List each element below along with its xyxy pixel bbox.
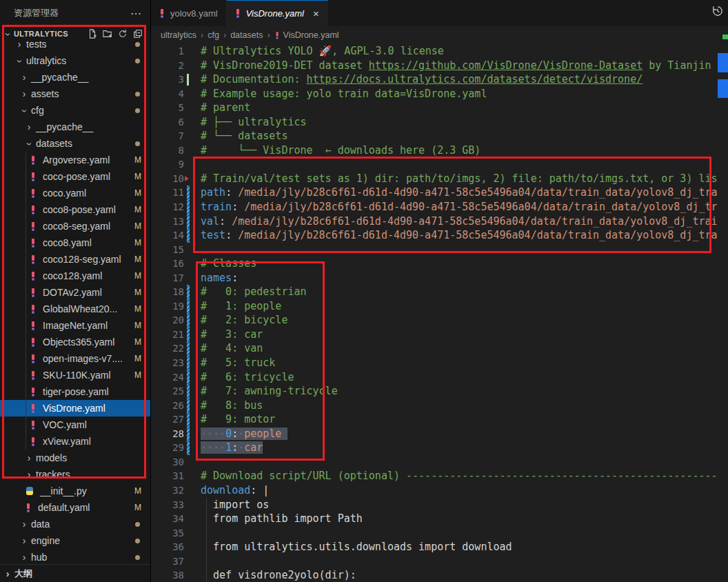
tree-item-globalwheat20[interactable]: GlobalWheat20...M xyxy=(0,301,150,317)
code-line-25[interactable]: 25 # 7: awning-tricycle xyxy=(151,384,728,399)
collapse-all-icon[interactable] xyxy=(132,28,143,39)
code-line-30[interactable]: 30 xyxy=(151,455,728,470)
code-line-16[interactable]: 16 # Classes xyxy=(151,257,728,271)
code-line-27[interactable]: 27 # 9: motor xyxy=(151,412,728,427)
code-line-22[interactable]: 22 # 4: van xyxy=(151,341,728,356)
code-line-24[interactable]: 24 # 6: tricycle xyxy=(151,370,728,385)
minimap[interactable] xyxy=(717,26,728,582)
tree-item-cfg[interactable]: ›cfg xyxy=(0,102,150,119)
refresh-icon[interactable] xyxy=(117,28,128,39)
tree-item-trackers[interactable]: ›trackers xyxy=(0,466,150,483)
tree-item-objects365-yaml[interactable]: Objects365.yamlM xyxy=(0,334,150,350)
tree-item-coco8-yaml[interactable]: coco8.yamlM xyxy=(0,234,150,251)
code-line-38[interactable]: 38 def visdrone2yolo(dir): xyxy=(151,568,728,582)
code-line-36[interactable]: 36 from ultralytics.utils.downloads impo… xyxy=(151,540,728,554)
history-icon[interactable] xyxy=(711,5,724,17)
code-line-29[interactable]: 29 ····1:·car xyxy=(151,441,728,455)
indent-guide xyxy=(206,526,207,541)
code-line-3[interactable]: 3 # Documentation: https://docs.ultralyt… xyxy=(151,72,728,87)
code-line-content: def visdrone2yolo(dir): xyxy=(201,568,356,582)
code-editor[interactable]: 1 # Ultralytics YOLO 🚀, AGPL-3.0 license… xyxy=(151,44,728,582)
tab-visdrone-yaml[interactable]: VisDrone.yaml × xyxy=(227,0,328,26)
code-line-32[interactable]: 32 download: | xyxy=(151,483,728,498)
more-actions-icon[interactable]: ⋯ xyxy=(130,7,142,20)
git-modified-gutter xyxy=(187,214,190,229)
tree-item-engine[interactable]: ›engine xyxy=(0,532,150,549)
code-line-14[interactable]: 14 test: /media/jly/b28c6f61-d61d-4d90-a… xyxy=(151,228,728,243)
tree-item-init-py[interactable]: __init__.pyM xyxy=(0,483,150,499)
code-line-23[interactable]: 23 # 5: truck xyxy=(151,356,728,370)
tree-item-visdrone-yaml[interactable]: VisDrone.yaml xyxy=(0,400,150,417)
new-folder-icon[interactable] xyxy=(102,28,113,39)
workspace-section-header[interactable]: › ULTRALYTICS xyxy=(0,26,150,41)
code-line-6[interactable]: 6 # ├── ultralytics xyxy=(151,115,728,130)
code-line-11[interactable]: 11 path: /media/jly/b28c6f61-d61d-4d90-a… xyxy=(151,185,728,200)
tree-item-sku-110k-yaml[interactable]: SKU-110K.yamlM xyxy=(0,367,150,383)
tree-item-argoverse-yaml[interactable]: Argoverse.yamlM xyxy=(0,152,150,168)
tab-yolov8-yaml[interactable]: yolov8.yaml xyxy=(151,0,227,26)
code-line-33[interactable]: 33 import os xyxy=(151,498,728,512)
tree-item-label: trackers xyxy=(36,469,70,480)
code-line-21[interactable]: 21 # 3: car xyxy=(151,328,728,342)
new-file-icon[interactable] xyxy=(87,28,98,39)
tree-item-default-yaml[interactable]: default.yamlM xyxy=(0,499,150,516)
tree-item-voc-yaml[interactable]: VOC.yaml xyxy=(0,417,150,433)
code-line-37[interactable]: 37 xyxy=(151,554,728,569)
code-line-12[interactable]: 12 train: /media/jly/b28c6f61-d61d-4d90-… xyxy=(151,200,728,214)
code-line-15[interactable]: 15 xyxy=(151,243,728,257)
code-line-5[interactable]: 5 # parent xyxy=(151,101,728,115)
tree-item-ultralytics[interactable]: ›ultralytics xyxy=(0,52,150,69)
code-line-10[interactable]: 10 # Train/val/test sets as 1) dir: path… xyxy=(151,172,728,186)
tree-item-dotav2-yaml[interactable]: DOTAv2.yamlM xyxy=(0,284,150,301)
breadcrumb-item-ultralytics[interactable]: ultralytics xyxy=(161,30,196,40)
gutter-decorations xyxy=(184,115,191,130)
chevron-right-icon: › xyxy=(24,452,34,463)
tree-item-datasets[interactable]: ›datasets xyxy=(0,135,150,152)
code-line-1[interactable]: 1 # Ultralytics YOLO 🚀, AGPL-3.0 license xyxy=(151,44,728,59)
tree-item-assets[interactable]: ›assets xyxy=(0,86,150,102)
code-line-34[interactable]: 34 from pathlib import Path xyxy=(151,512,728,526)
modified-dot-badge xyxy=(135,539,140,543)
tree-item-coco128-yaml[interactable]: coco128.yamlM xyxy=(0,268,150,284)
tree-item-coco8-seg-yaml[interactable]: coco8-seg.yamlM xyxy=(0,218,150,234)
tree-item-hub[interactable]: ›hub xyxy=(0,549,150,565)
line-number: 18 xyxy=(151,285,184,299)
tree-item-pycache[interactable]: ›__pycache__ xyxy=(0,69,150,86)
code-line-35[interactable]: 35 xyxy=(151,526,728,541)
code-line-28[interactable]: 28 ····0:·people xyxy=(151,427,728,441)
breadcrumb-file[interactable]: VisDrone.yaml xyxy=(283,30,339,40)
tree-item-models[interactable]: ›models xyxy=(0,450,150,466)
tree-item-coco8-pose-yaml[interactable]: coco8-pose.yamlM xyxy=(0,201,150,218)
close-icon[interactable]: × xyxy=(313,8,319,19)
code-line-31[interactable]: 31 # Download script/URL (optional) ----… xyxy=(151,469,728,483)
tree-item-coco128-seg-yaml[interactable]: coco128-seg.yamlM xyxy=(0,251,150,268)
code-line-7[interactable]: 7 # └── datasets xyxy=(151,129,728,143)
tree-item-coco-pose-yaml[interactable]: coco-pose.yamlM xyxy=(0,168,150,185)
code-line-content: ····1:·car xyxy=(201,441,263,455)
yaml-file-icon xyxy=(30,238,37,248)
code-line-8[interactable]: 8 # └── VisDrone ← downloads here (2.3 G… xyxy=(151,143,728,158)
code-line-26[interactable]: 26 # 8: bus xyxy=(151,399,728,413)
outline-section-header[interactable]: › 大纲 xyxy=(0,564,150,582)
code-line-20[interactable]: 20 # 2: bicycle xyxy=(151,313,728,328)
tree-item-tiger-pose-yaml[interactable]: tiger-pose.yaml xyxy=(0,383,150,400)
code-line-13[interactable]: 13 val: /media/jly/b28c6f61-d61d-4d90-a4… xyxy=(151,214,728,229)
breadcrumb-item-cfg[interactable]: cfg xyxy=(208,30,219,40)
tree-item-pycache[interactable]: ›__pycache__ xyxy=(0,119,150,135)
code-line-19[interactable]: 19 # 1: people xyxy=(151,299,728,314)
code-line-9[interactable]: 9 xyxy=(151,157,728,172)
tree-item-xview-yaml[interactable]: xView.yaml xyxy=(0,433,150,450)
gutter-decorations xyxy=(184,568,191,582)
code-line-content: path: /media/jly/b28c6f61-d61d-4d90-a471… xyxy=(201,185,728,200)
tree-item-coco-yaml[interactable]: coco.yamlM xyxy=(0,185,150,201)
tree-item-data[interactable]: ›data xyxy=(0,516,150,532)
code-line-2[interactable]: 2 # VisDrone2019-DET dataset https://git… xyxy=(151,59,728,73)
code-line-4[interactable]: 4 # Example usage: yolo train data=VisDr… xyxy=(151,87,728,101)
code-line-content: # └── VisDrone ← downloads here (2.3 GB) xyxy=(201,143,481,158)
tree-item-open-images-v7[interactable]: open-images-v7....M xyxy=(0,350,150,367)
git-modified-gutter xyxy=(187,384,190,399)
code-line-17[interactable]: 17 names: xyxy=(151,271,728,285)
breadcrumb-item-datasets[interactable]: datasets xyxy=(230,30,263,40)
tree-item-imagenet-yaml[interactable]: ImageNet.yamlM xyxy=(0,317,150,334)
code-line-18[interactable]: 18 # 0: pedestrian xyxy=(151,285,728,299)
